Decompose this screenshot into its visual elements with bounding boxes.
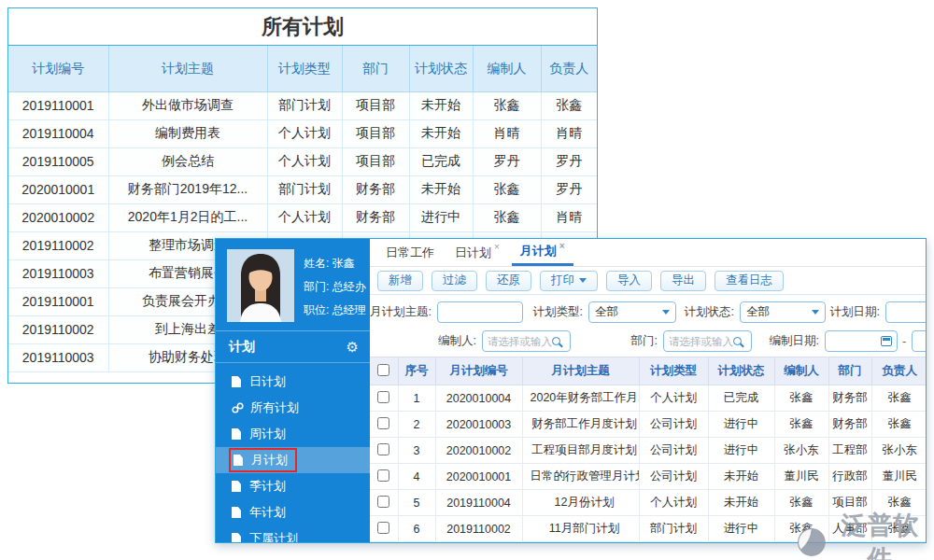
search-icon[interactable] — [552, 337, 560, 345]
plan-subject-link[interactable]: 12月份计划 — [522, 490, 639, 516]
export-button[interactable]: 导出 — [660, 271, 706, 291]
row-checkbox[interactable] — [377, 469, 389, 482]
sidebar-item-monthly-plan[interactable]: 月计划 — [216, 447, 370, 473]
select-all-cell — [370, 357, 398, 385]
col-dept: 部门 — [828, 357, 871, 385]
add-button[interactable]: 新增 — [377, 271, 423, 291]
row-checkbox[interactable] — [377, 443, 389, 455]
tab-daily-work[interactable]: 日常工作 — [377, 239, 443, 266]
owner-link[interactable]: 张鑫 — [871, 385, 926, 412]
calendar-icon[interactable] — [881, 336, 892, 346]
toolbar: 新增 过滤 还原 打印 导入 导出 查看日志 — [370, 267, 926, 295]
sidebar: 姓名: 张鑫 部门: 总经办 职位: 总经理 计划 ⚙ 日计划 所有计划 — [216, 239, 370, 542]
import-button[interactable]: 导入 — [606, 271, 652, 291]
sidebar-item-subordinate-plan[interactable]: 下属计划 — [216, 525, 370, 542]
file-icon — [232, 376, 241, 387]
user-profile: 姓名: 张鑫 部门: 总经办 职位: 总经理 — [216, 239, 370, 331]
compiler-input[interactable] — [488, 336, 552, 347]
row-checkbox[interactable] — [377, 522, 389, 534]
table-row: 20200100022020年1月2日的工... 个人计划财务部 进行中张鑫 肖… — [8, 203, 597, 231]
filter-button[interactable]: 过滤 — [432, 271, 477, 291]
close-icon[interactable]: × — [494, 242, 500, 252]
plan-code-link[interactable]: 2019110004 — [435, 490, 522, 516]
compiler-filter-label: 编制人: — [370, 333, 476, 349]
col-dept: 部门 — [342, 46, 409, 91]
dept-filter-label: 部门: — [571, 333, 658, 349]
table-row: 3 2020010002 工程项目部月度计划 公司计划 进行中 张小东 工程部 … — [370, 438, 926, 464]
sidebar-item-all-plans[interactable]: 所有计划 — [216, 395, 370, 421]
row-checkbox[interactable] — [377, 391, 389, 403]
plan-subject-link[interactable]: 11月部门计划 — [522, 516, 639, 542]
plan-subject-link[interactable]: 2020年财务部工作月... — [522, 385, 639, 412]
plan-subject-link[interactable]: 财务部工作月度计划 — [522, 412, 639, 438]
compiler-link[interactable]: 张小东 — [774, 438, 828, 464]
monthly-plan-table: 序号 月计划编号 月计划主题 计划类型 计划状态 编制人 部门 负责人 1 20… — [370, 357, 926, 542]
restore-button[interactable]: 还原 — [486, 271, 531, 291]
plan-code-link[interactable]: 2020010001 — [435, 464, 522, 490]
plan-code-link[interactable]: 2020010004 — [435, 385, 522, 412]
type-select[interactable]: 全部 — [588, 301, 676, 323]
plan-code-link[interactable]: 2020010003 — [435, 412, 522, 438]
col-owner: 负责人 — [871, 357, 926, 385]
compiler-link[interactable]: 张鑫 — [774, 516, 828, 542]
file-icon — [232, 507, 241, 518]
compile-date-from-field[interactable] — [825, 330, 898, 352]
main-panel: 日常工作 日计划 × 月计划 × 新增 过滤 还原 打印 导入 导出 查看日志 — [370, 239, 926, 542]
page-title: 所有计划 — [8, 8, 597, 46]
dept-search-field[interactable] — [663, 330, 752, 352]
gear-icon[interactable]: ⚙ — [347, 339, 359, 356]
print-button[interactable]: 打印 — [540, 271, 598, 291]
chevron-down-icon — [662, 310, 670, 315]
owner-link[interactable]: 张小东 — [871, 438, 926, 464]
filter-area: 月计划主题: 计划类型: 全部 计划状态: 全部 计划日期: 编制人: — [370, 295, 926, 356]
table-row: 2019110005例会总结 个人计划项目部 已完成罗丹 罗丹 — [8, 147, 597, 175]
search-icon[interactable] — [733, 337, 742, 345]
compiler-link[interactable]: 张鑫 — [774, 412, 828, 438]
monthly-plan-window: 姓名: 张鑫 部门: 总经办 职位: 总经理 计划 ⚙ 日计划 所有计划 — [215, 238, 927, 543]
row-checkbox[interactable] — [377, 417, 389, 429]
select-all-checkbox[interactable] — [377, 364, 389, 376]
tab-daily-plan[interactable]: 日计划 × — [446, 239, 508, 266]
table-row: 2020010001财务部门2019年12... 部门计划财务部 未开始张鑫 罗… — [8, 175, 597, 203]
col-owner: 负责人 — [541, 46, 597, 91]
plan-code-link[interactable]: 2020010002 — [435, 438, 522, 464]
table-row: 5 2019110004 12月份计划 个人计划 未开始 张鑫 项目部 张鑫 — [370, 490, 926, 516]
table-row: 4 2020010001 日常的行政管理月计划 公司计划 未开始 董川民 行政部… — [370, 464, 926, 490]
compiler-search-field[interactable] — [482, 330, 571, 352]
sidebar-item-yearly-plan[interactable]: 年计划 — [216, 499, 370, 525]
table-row: 1 2020010004 2020年财务部工作月... 个人计划 已完成 张鑫 … — [370, 385, 926, 412]
compile-date-filter-label: 编制日期: — [752, 333, 819, 349]
user-title: 总经理 — [333, 303, 366, 316]
compile-date-to-field[interactable] — [912, 330, 926, 352]
col-compiler: 编制人 — [473, 46, 541, 91]
subject-input[interactable] — [437, 301, 523, 323]
plan-subject-link[interactable]: 日常的行政管理月计划 — [522, 464, 639, 490]
tab-monthly-plan[interactable]: 月计划 × — [512, 239, 573, 266]
file-icon — [232, 481, 241, 492]
sidebar-item-quarterly-plan[interactable]: 季计划 — [216, 473, 370, 499]
compiler-link[interactable]: 张鑫 — [774, 490, 828, 516]
col-index: 序号 — [398, 357, 435, 385]
dept-label: 部门: — [304, 280, 329, 293]
row-checkbox[interactable] — [377, 496, 389, 508]
dept-input[interactable] — [669, 336, 733, 347]
owner-link[interactable]: 董川民 — [871, 464, 926, 490]
view-log-button[interactable]: 查看日志 — [715, 271, 784, 291]
plan-subject-link[interactable]: 工程项目部月度计划 — [522, 438, 639, 464]
owner-link[interactable]: 张鑫 — [871, 412, 926, 438]
close-icon[interactable]: × — [559, 241, 565, 251]
plan-code-link[interactable]: 2019110002 — [435, 516, 522, 542]
table-row: 6 2019110002 11月部门计划 部门计划 进行中 张鑫 人事部 张鑫 — [370, 516, 926, 542]
owner-link[interactable]: 张鑫 — [871, 490, 926, 516]
compiler-link[interactable]: 董川民 — [774, 464, 828, 490]
table-header-row: 计划编号 计划主题 计划类型 部门 计划状态 编制人 负责人 — [8, 46, 597, 91]
status-select[interactable]: 全部 — [740, 301, 826, 323]
sidebar-item-daily-plan[interactable]: 日计划 — [216, 369, 370, 395]
filter-row-2: 编制人: 部门: 编制日期: - — [370, 327, 926, 356]
col-monthly-plan-subject: 月计划主题 — [522, 357, 639, 385]
plan-date-input[interactable] — [885, 301, 926, 323]
col-plan-type: 计划类型 — [267, 46, 342, 91]
compiler-link[interactable]: 张鑫 — [774, 385, 828, 412]
sidebar-item-weekly-plan[interactable]: 周计划 — [216, 421, 370, 447]
owner-link[interactable]: 张鑫 — [871, 516, 926, 542]
